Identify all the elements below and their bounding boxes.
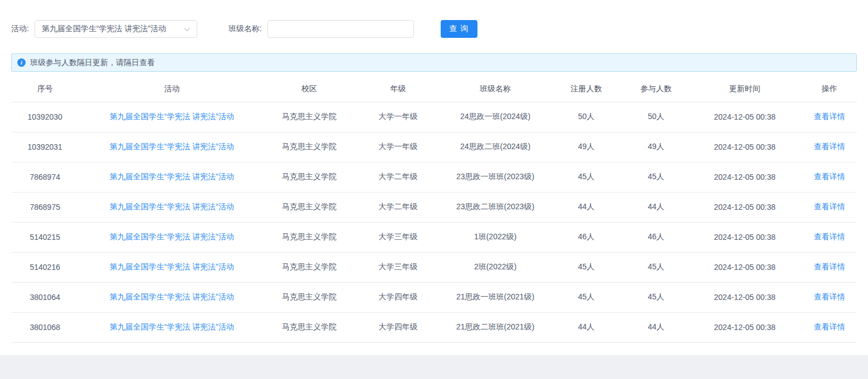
class-name-input[interactable] (267, 20, 414, 38)
cell-campus: 马克思主义学院 (265, 222, 353, 252)
cell-registered: 45人 (548, 252, 625, 282)
cell-class-name: 2班(2022级) (442, 252, 548, 282)
cell-serial: 7868975 (11, 192, 79, 222)
table-row: 7868974第九届全国学生“学宪法 讲宪法”活动马克思主义学院大学二年级23思… (11, 162, 857, 192)
filter-bar: 活动: 第九届全国学生“学宪法 讲宪法”活动 班级名称: 查 询 (11, 20, 857, 38)
activity-link[interactable]: 第九届全国学生“学宪法 讲宪法”活动 (110, 322, 234, 331)
cell-registered: 50人 (548, 102, 625, 132)
view-details-link[interactable]: 查看详情 (814, 172, 845, 181)
cell-updated: 2024-12-05 00:38 (687, 192, 802, 222)
cell-serial: 5140215 (11, 222, 79, 252)
activity-link[interactable]: 第九届全国学生“学宪法 讲宪法”活动 (110, 262, 234, 271)
activity-link[interactable]: 第九届全国学生“学宪法 讲宪法”活动 (110, 112, 234, 121)
activity-select-value: 第九届全国学生“学宪法 讲宪法”活动 (42, 24, 166, 34)
table-row: 5140216第九届全国学生“学宪法 讲宪法”活动马克思主义学院大学三年级2班(… (11, 252, 857, 282)
cell-campus: 马克思主义学院 (265, 282, 353, 312)
activity-link[interactable]: 第九届全国学生“学宪法 讲宪法”活动 (110, 142, 234, 151)
cell-class-name: 23思政二班班(2023级) (442, 192, 548, 222)
cell-class-name: 1班(2022级) (442, 222, 548, 252)
activity-link[interactable]: 第九届全国学生“学宪法 讲宪法”活动 (110, 232, 234, 241)
view-details-link[interactable]: 查看详情 (814, 322, 845, 331)
cell-serial: 7868974 (11, 162, 79, 192)
table-cell: 第九届全国学生“学宪法 讲宪法”活动 (79, 222, 265, 252)
view-details-link[interactable]: 查看详情 (814, 112, 845, 121)
activity-select[interactable]: 第九届全国学生“学宪法 讲宪法”活动 (35, 20, 197, 38)
cell-serial: 5140216 (11, 252, 79, 282)
cell-class-name: 24思政二班(2024级) (442, 132, 548, 162)
table-row: 7868975第九届全国学生“学宪法 讲宪法”活动马克思主义学院大学二年级23思… (11, 192, 857, 222)
cell-updated: 2024-12-05 00:38 (687, 222, 802, 252)
table-row: 3801064第九届全国学生“学宪法 讲宪法”活动马克思主义学院大学四年级21思… (11, 282, 857, 312)
table-row: 3801068第九届全国学生“学宪法 讲宪法”活动马克思主义学院大学四年级21思… (11, 312, 857, 342)
cell-updated: 2024-12-05 00:38 (687, 132, 802, 162)
cell-campus: 马克思主义学院 (265, 252, 353, 282)
cell-updated: 2024-12-05 00:38 (687, 252, 802, 282)
table-cell: 第九届全国学生“学宪法 讲宪法”活动 (79, 252, 265, 282)
cell-grade: 大学三年级 (354, 252, 442, 282)
info-icon: i (17, 58, 26, 67)
cell-participated: 45人 (625, 252, 688, 282)
cell-participated: 44人 (625, 312, 688, 342)
column-header-3: 年级 (354, 77, 442, 102)
table-cell: 第九届全国学生“学宪法 讲宪法”活动 (79, 192, 265, 222)
cell-class-name: 21思政二班班(2021级) (442, 312, 548, 342)
cell-participated: 45人 (625, 162, 688, 192)
chevron-down-icon (183, 26, 191, 33)
column-header-6: 参与人数 (625, 77, 688, 102)
table-cell: 查看详情 (802, 102, 857, 132)
cell-campus: 马克思主义学院 (265, 102, 353, 132)
table-row: 5140215第九届全国学生“学宪法 讲宪法”活动马克思主义学院大学三年级1班(… (11, 222, 857, 252)
view-details-link[interactable]: 查看详情 (814, 232, 845, 241)
table-cell: 查看详情 (802, 162, 857, 192)
table-row: 10392031第九届全国学生“学宪法 讲宪法”活动马克思主义学院大学一年级24… (11, 132, 857, 162)
cell-serial: 3801064 (11, 282, 79, 312)
table-cell: 查看详情 (802, 282, 857, 312)
table-cell: 第九届全国学生“学宪法 讲宪法”活动 (79, 102, 265, 132)
cell-participated: 45人 (625, 282, 688, 312)
cell-campus: 马克思主义学院 (265, 192, 353, 222)
view-details-link[interactable]: 查看详情 (814, 142, 845, 151)
column-header-0: 序号 (11, 77, 79, 102)
cell-registered: 45人 (548, 162, 625, 192)
cell-registered: 46人 (548, 222, 625, 252)
cell-serial: 3801068 (11, 312, 79, 342)
cell-grade: 大学一年级 (354, 132, 442, 162)
activity-link[interactable]: 第九届全国学生“学宪法 讲宪法”活动 (110, 292, 234, 301)
cell-registered: 45人 (548, 282, 625, 312)
column-header-5: 注册人数 (548, 77, 625, 102)
query-button[interactable]: 查 询 (441, 20, 477, 38)
cell-registered: 49人 (548, 132, 625, 162)
cell-participated: 44人 (625, 192, 688, 222)
activity-link[interactable]: 第九届全国学生“学宪法 讲宪法”活动 (110, 172, 234, 181)
cell-serial: 10392031 (11, 132, 79, 162)
cell-campus: 马克思主义学院 (265, 132, 353, 162)
table-header-row: 序号活动校区年级班级名称注册人数参与人数更新时间操作 (11, 77, 857, 102)
view-details-link[interactable]: 查看详情 (814, 292, 845, 301)
cell-campus: 马克思主义学院 (265, 162, 353, 192)
cell-participated: 49人 (625, 132, 688, 162)
activity-label: 活动: (11, 24, 29, 34)
cell-grade: 大学二年级 (354, 162, 442, 192)
column-header-7: 更新时间 (687, 77, 802, 102)
activity-link[interactable]: 第九届全国学生“学宪法 讲宪法”活动 (110, 202, 234, 211)
cell-grade: 大学一年级 (354, 102, 442, 132)
table-cell: 第九届全国学生“学宪法 讲宪法”活动 (79, 312, 265, 342)
table-cell: 查看详情 (802, 192, 857, 222)
cell-updated: 2024-12-05 00:38 (687, 282, 802, 312)
column-header-1: 活动 (79, 77, 265, 102)
info-alert: i 班级参与人数隔日更新，请隔日查看 (11, 53, 857, 72)
view-details-link[interactable]: 查看详情 (814, 202, 845, 211)
cell-grade: 大学二年级 (354, 192, 442, 222)
cell-updated: 2024-12-05 00:38 (687, 162, 802, 192)
view-details-link[interactable]: 查看详情 (814, 262, 845, 271)
cell-registered: 44人 (548, 312, 625, 342)
table-cell: 第九届全国学生“学宪法 讲宪法”活动 (79, 282, 265, 312)
cell-grade: 大学四年级 (354, 282, 442, 312)
table-cell: 查看详情 (802, 252, 857, 282)
cell-updated: 2024-12-05 00:38 (687, 102, 802, 132)
column-header-2: 校区 (265, 77, 353, 102)
table-cell: 查看详情 (802, 132, 857, 162)
cell-participated: 46人 (625, 222, 688, 252)
cell-campus: 马克思主义学院 (265, 312, 353, 342)
table-cell: 查看详情 (802, 312, 857, 342)
